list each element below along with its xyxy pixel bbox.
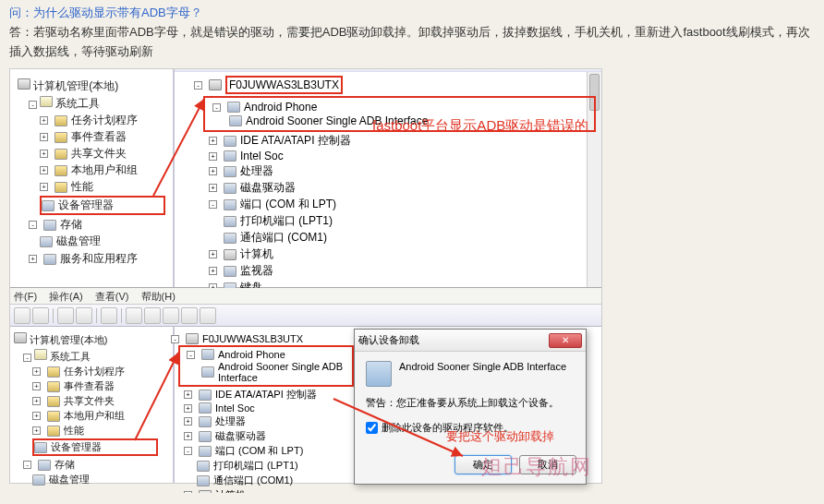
expander-icon[interactable]: - bbox=[29, 101, 37, 109]
expander-icon[interactable]: + bbox=[209, 267, 217, 275]
annotation-text: 要把这个驱动卸载掉 bbox=[446, 428, 554, 445]
expander-icon[interactable]: + bbox=[29, 255, 37, 263]
close-button[interactable]: ✕ bbox=[549, 333, 582, 348]
tree-item[interactable]: +任务计划程序 bbox=[40, 113, 165, 128]
tree-item[interactable]: - 系统工具 bbox=[23, 349, 158, 364]
tree-item[interactable]: -存储 bbox=[29, 217, 165, 233]
lpt-icon bbox=[197, 461, 210, 472]
tools-icon bbox=[40, 96, 53, 107]
tree-item[interactable]: +共享文件夹 bbox=[32, 394, 158, 408]
menu-action[interactable]: 操作(A) bbox=[49, 291, 83, 302]
toolbar-button[interactable] bbox=[14, 307, 30, 324]
tree-item[interactable]: -存储 bbox=[23, 458, 158, 472]
expander-icon[interactable]: + bbox=[40, 116, 48, 125]
expander-icon[interactable]: + bbox=[40, 166, 48, 174]
toolbar-button[interactable] bbox=[101, 307, 117, 324]
tree-item[interactable]: +共享文件夹 bbox=[40, 146, 165, 162]
expander-icon[interactable]: - bbox=[187, 351, 195, 359]
expander-icon[interactable]: - bbox=[184, 447, 192, 455]
device-item[interactable]: -Android Phone bbox=[209, 101, 590, 114]
soc-icon bbox=[199, 402, 212, 414]
delete-driver-checkbox[interactable] bbox=[366, 422, 378, 434]
device-item[interactable]: +计算机 bbox=[205, 246, 596, 262]
tree-item-devmgr[interactable]: 设备管理器 bbox=[40, 196, 165, 215]
expander-icon[interactable]: - bbox=[194, 81, 202, 90]
device-item[interactable]: +计算机 bbox=[180, 488, 596, 493]
users-icon bbox=[47, 411, 60, 422]
device-root[interactable]: -F0JUWWAS3LB3UTX bbox=[190, 76, 596, 94]
device-item[interactable]: +处理器 bbox=[205, 163, 596, 179]
expander-icon[interactable]: + bbox=[209, 167, 217, 175]
toolbar-button[interactable] bbox=[57, 307, 74, 324]
tree-item[interactable]: +事件查看器 bbox=[40, 129, 165, 145]
device-item[interactable]: 通信端口 (COM1) bbox=[220, 230, 596, 246]
toolbar-button[interactable] bbox=[126, 307, 142, 324]
share-icon bbox=[55, 149, 67, 160]
toolbar-button[interactable] bbox=[200, 307, 216, 324]
menu-file[interactable]: 件(F) bbox=[14, 291, 37, 302]
expander-icon[interactable]: + bbox=[32, 426, 41, 435]
expander-icon[interactable]: + bbox=[40, 183, 48, 191]
tree-item[interactable]: +性能 bbox=[40, 179, 165, 195]
left-tree: 计算机管理(本地) - 系统工具 +任务计划程序 +事件查看器 +共享文件夹 +… bbox=[18, 78, 165, 267]
toolbar-button[interactable] bbox=[181, 307, 198, 324]
device-item[interactable]: +监视器 bbox=[205, 263, 596, 279]
device-item[interactable]: 打印机端口 (LPT1) bbox=[220, 213, 596, 229]
device-item[interactable]: +Intel Soc bbox=[205, 150, 596, 162]
tree-item[interactable]: +事件查看器 bbox=[32, 379, 158, 393]
services-icon bbox=[43, 254, 56, 265]
expander-icon[interactable]: + bbox=[40, 133, 48, 141]
tree-item[interactable]: - 系统工具 bbox=[29, 96, 165, 112]
expander-icon[interactable]: - bbox=[209, 200, 217, 209]
device-item-adb[interactable]: Android Sooner Single ADB Interface bbox=[198, 361, 349, 383]
expander-icon[interactable]: + bbox=[184, 432, 192, 440]
toolbar-button[interactable] bbox=[32, 307, 49, 324]
expander-icon[interactable]: + bbox=[32, 397, 41, 405]
device-item[interactable]: +磁盘驱动器 bbox=[205, 180, 596, 196]
tools-icon bbox=[34, 349, 47, 360]
tree-item-devmgr[interactable]: 设备管理器 bbox=[32, 438, 158, 456]
expander-icon[interactable]: + bbox=[32, 367, 41, 376]
tree-item[interactable]: 磁盘管理 bbox=[32, 473, 158, 486]
expander-icon[interactable]: + bbox=[32, 412, 41, 420]
expander-icon[interactable]: - bbox=[171, 335, 179, 343]
tree-item[interactable]: +本地用户和组 bbox=[32, 409, 158, 423]
toolbar-button[interactable] bbox=[163, 307, 179, 324]
tree-root[interactable]: 计算机管理(本地) bbox=[18, 78, 165, 94]
expander-icon[interactable]: - bbox=[23, 354, 31, 362]
phone-icon bbox=[227, 102, 240, 113]
expander-icon[interactable]: - bbox=[23, 461, 31, 469]
disk-icon bbox=[40, 236, 53, 247]
expander-icon[interactable]: + bbox=[209, 184, 217, 192]
toolbar bbox=[10, 305, 601, 327]
tree-item[interactable]: +任务计划程序 bbox=[32, 365, 158, 378]
expander-icon[interactable]: + bbox=[32, 382, 41, 390]
expander-icon[interactable]: - bbox=[212, 103, 221, 112]
expander-icon[interactable]: + bbox=[184, 390, 192, 399]
task-icon bbox=[47, 366, 60, 378]
toolbar-button[interactable] bbox=[144, 307, 161, 324]
toolbar-button[interactable] bbox=[76, 307, 92, 324]
port-icon bbox=[199, 446, 212, 457]
menu-view[interactable]: 查看(V) bbox=[95, 291, 129, 302]
expander-icon[interactable]: + bbox=[184, 404, 192, 413]
expander-icon[interactable]: + bbox=[184, 491, 192, 493]
device-item[interactable]: -Android Phone bbox=[183, 349, 349, 360]
tree-item[interactable]: 磁盘管理 bbox=[40, 234, 165, 249]
tree-root[interactable]: 计算机管理(本地) bbox=[14, 332, 158, 347]
expander-icon[interactable]: + bbox=[184, 417, 192, 426]
device-item[interactable]: -端口 (COM 和 LPT) bbox=[205, 197, 596, 212]
tree-item[interactable]: +服务和应用程序 bbox=[29, 251, 165, 267]
menu-help[interactable]: 帮助(H) bbox=[141, 291, 176, 302]
expander-icon[interactable]: + bbox=[209, 137, 217, 145]
adb-icon bbox=[229, 115, 242, 126]
device-item[interactable]: +IDE ATA/ATAPI 控制器 bbox=[205, 133, 596, 149]
tree-item[interactable]: +性能 bbox=[32, 424, 158, 438]
expander-icon[interactable]: - bbox=[29, 221, 37, 229]
tree-item[interactable]: +本地用户和组 bbox=[40, 162, 165, 178]
computer-icon bbox=[14, 332, 27, 343]
expander-icon[interactable]: + bbox=[209, 152, 217, 161]
expander-icon[interactable]: + bbox=[40, 150, 48, 158]
expander-icon[interactable]: + bbox=[209, 250, 217, 258]
menu-bar: 件(F) 操作(A) 查看(V) 帮助(H) bbox=[10, 288, 601, 305]
